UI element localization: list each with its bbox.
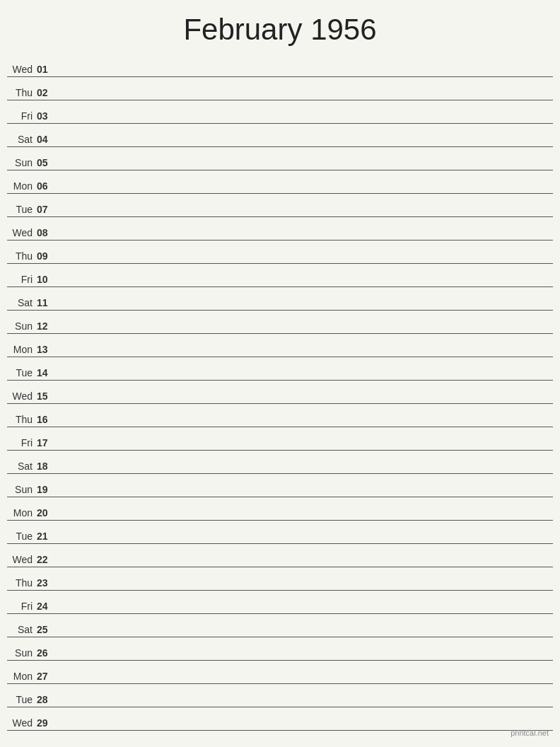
- day-name: Sun: [7, 484, 37, 495]
- day-number: 07: [37, 204, 57, 215]
- day-number: 02: [37, 87, 57, 98]
- day-row: Mon06: [7, 170, 553, 194]
- day-row: Tue21: [7, 521, 553, 544]
- day-row: Fri03: [7, 100, 553, 124]
- day-row: Wed15: [7, 381, 553, 404]
- day-row: Wed22: [7, 544, 553, 567]
- day-number: 13: [37, 344, 57, 355]
- day-number: 03: [37, 110, 57, 122]
- day-number: 28: [37, 694, 57, 705]
- day-number: 10: [37, 274, 57, 285]
- day-number: 20: [37, 507, 57, 519]
- footer-credit: printcal.net: [511, 729, 549, 737]
- day-number: 25: [37, 624, 57, 635]
- day-row: Sat11: [7, 287, 553, 311]
- day-number: 12: [37, 320, 57, 332]
- day-name: Wed: [7, 554, 37, 565]
- day-line: [57, 378, 553, 378]
- day-line: [57, 471, 553, 472]
- day-name: Wed: [7, 64, 37, 75]
- day-row: Thu09: [7, 241, 553, 264]
- day-row: Sun12: [7, 311, 553, 334]
- day-line: [57, 681, 553, 682]
- day-number: 01: [37, 64, 57, 75]
- day-number: 29: [37, 717, 57, 729]
- day-line: [57, 448, 553, 448]
- day-row: Fri17: [7, 427, 553, 451]
- day-name: Tue: [7, 531, 37, 542]
- day-number: 23: [37, 577, 57, 589]
- day-line: [57, 658, 553, 659]
- day-line: [57, 238, 553, 238]
- day-line: [57, 541, 553, 542]
- day-row: Wed29: [7, 707, 553, 731]
- day-name: Wed: [7, 227, 37, 238]
- day-name: Thu: [7, 250, 37, 262]
- day-name: Thu: [7, 577, 37, 589]
- day-line: [57, 705, 553, 705]
- day-row: Tue14: [7, 357, 553, 381]
- day-row: Mon20: [7, 497, 553, 521]
- day-name: Mon: [7, 671, 37, 682]
- day-name: Mon: [7, 344, 37, 355]
- day-name: Tue: [7, 367, 37, 378]
- day-line: [57, 728, 553, 729]
- day-line: [57, 191, 553, 192]
- day-row: Sun05: [7, 147, 553, 170]
- day-line: [57, 214, 553, 215]
- day-number: 06: [37, 180, 57, 192]
- day-number: 11: [37, 297, 57, 308]
- day-name: Sat: [7, 624, 37, 635]
- day-line: [57, 308, 553, 308]
- day-number: 17: [37, 437, 57, 448]
- day-row: Sat25: [7, 614, 553, 637]
- day-row: Sun19: [7, 474, 553, 497]
- day-name: Sun: [7, 157, 37, 168]
- day-line: [57, 98, 553, 98]
- day-number: 14: [37, 367, 57, 378]
- day-number: 04: [37, 134, 57, 145]
- day-line: [57, 74, 553, 75]
- day-name: Thu: [7, 87, 37, 98]
- day-name: Tue: [7, 204, 37, 215]
- day-number: 26: [37, 647, 57, 659]
- day-name: Wed: [7, 390, 37, 402]
- day-name: Thu: [7, 414, 37, 425]
- day-line: [57, 354, 553, 355]
- day-line: [57, 611, 553, 612]
- day-row: Tue28: [7, 684, 553, 707]
- day-row: Thu23: [7, 567, 553, 591]
- day-row: Mon13: [7, 334, 553, 357]
- day-row: Wed08: [7, 217, 553, 241]
- day-line: [57, 331, 553, 332]
- day-row: Fri24: [7, 591, 553, 614]
- day-line: [57, 144, 553, 145]
- day-row: Sat04: [7, 124, 553, 147]
- day-line: [57, 635, 553, 635]
- day-name: Sat: [7, 134, 37, 145]
- day-number: 18: [37, 461, 57, 472]
- day-name: Fri: [7, 437, 37, 448]
- day-number: 19: [37, 484, 57, 495]
- day-line: [57, 588, 553, 589]
- day-line: [57, 494, 553, 495]
- day-line: [57, 121, 553, 122]
- day-name: Sat: [7, 461, 37, 472]
- day-number: 21: [37, 531, 57, 542]
- day-line: [57, 401, 553, 402]
- day-name: Sun: [7, 320, 37, 332]
- day-line: [57, 424, 553, 425]
- day-row: Sat18: [7, 451, 553, 474]
- day-row: Fri10: [7, 264, 553, 287]
- day-row: Tue07: [7, 194, 553, 217]
- day-line: [57, 261, 553, 262]
- day-number: 16: [37, 414, 57, 425]
- day-number: 09: [37, 250, 57, 262]
- day-name: Sun: [7, 647, 37, 659]
- day-name: Sat: [7, 297, 37, 308]
- day-number: 05: [37, 157, 57, 168]
- day-name: Fri: [7, 274, 37, 285]
- day-number: 27: [37, 671, 57, 682]
- day-line: [57, 284, 553, 285]
- day-row: Thu16: [7, 404, 553, 427]
